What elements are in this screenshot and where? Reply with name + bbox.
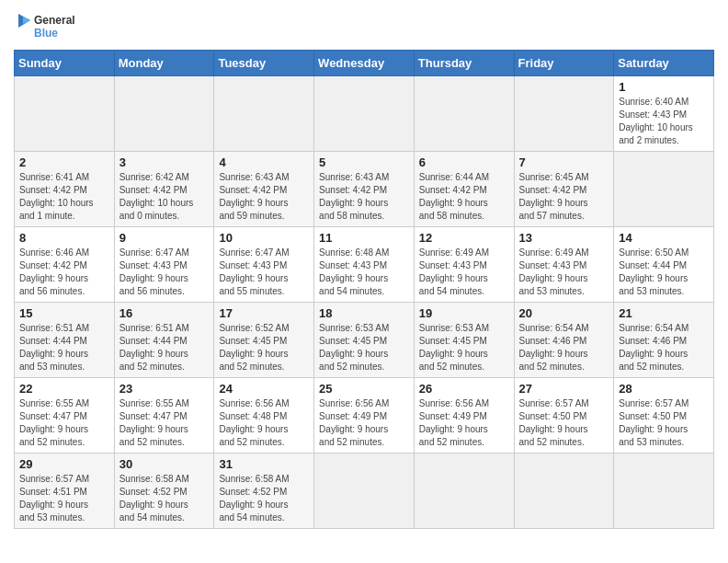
day-info: Sunrise: 6:44 AM Sunset: 4:42 PM Dayligh… (419, 171, 509, 223)
calendar-cell-day-27: 27Sunrise: 6:57 AM Sunset: 4:50 PM Dayli… (514, 378, 614, 454)
day-number: 4 (219, 155, 309, 169)
day-info: Sunrise: 6:46 AM Sunset: 4:42 PM Dayligh… (19, 247, 109, 298)
calendar-cell-day-14: 14Sunrise: 6:50 AM Sunset: 4:44 PM Dayli… (614, 227, 714, 303)
day-info: Sunrise: 6:56 AM Sunset: 4:49 PM Dayligh… (419, 397, 509, 449)
day-info: Sunrise: 6:49 AM Sunset: 4:43 PM Dayligh… (419, 247, 509, 298)
column-header-tuesday: Tuesday (214, 51, 314, 76)
day-info: Sunrise: 6:41 AM Sunset: 4:42 PM Dayligh… (19, 171, 109, 223)
calendar-cell-day-21: 21Sunrise: 6:54 AM Sunset: 4:46 PM Dayli… (614, 303, 714, 378)
column-header-wednesday: Wednesday (314, 51, 415, 76)
calendar-cell-day-29: 29Sunrise: 6:57 AM Sunset: 4:51 PM Dayli… (15, 454, 115, 529)
column-header-sunday: Sunday (15, 51, 115, 76)
day-number: 29 (19, 457, 109, 471)
day-number: 11 (319, 231, 409, 245)
calendar-week-row: 15Sunrise: 6:51 AM Sunset: 4:44 PM Dayli… (15, 303, 714, 378)
day-info: Sunrise: 6:51 AM Sunset: 4:44 PM Dayligh… (19, 322, 109, 373)
calendar-cell-day-4: 4Sunrise: 6:43 AM Sunset: 4:42 PM Daylig… (214, 152, 314, 227)
general-blue-logo: General Blue (14, 9, 87, 46)
day-number: 1 (619, 80, 709, 94)
day-info: Sunrise: 6:54 AM Sunset: 4:46 PM Dayligh… (619, 322, 709, 373)
day-info: Sunrise: 6:42 AM Sunset: 4:42 PM Dayligh… (119, 171, 210, 223)
day-number: 15 (19, 306, 109, 320)
day-info: Sunrise: 6:47 AM Sunset: 4:43 PM Dayligh… (119, 247, 210, 298)
day-number: 28 (619, 382, 709, 396)
day-number: 10 (219, 231, 309, 245)
day-info: Sunrise: 6:52 AM Sunset: 4:45 PM Dayligh… (219, 322, 309, 373)
calendar-cell-day-28: 28Sunrise: 6:57 AM Sunset: 4:50 PM Dayli… (614, 378, 714, 454)
day-number: 9 (119, 231, 210, 245)
calendar-cell-empty (414, 454, 514, 529)
day-number: 2 (19, 155, 109, 169)
calendar-cell-day-8: 8Sunrise: 6:46 AM Sunset: 4:42 PM Daylig… (15, 227, 115, 303)
day-info: Sunrise: 6:57 AM Sunset: 4:50 PM Dayligh… (619, 397, 709, 449)
calendar-cell-day-1: 1Sunrise: 6:40 AM Sunset: 4:43 PM Daylig… (614, 76, 714, 152)
calendar-cell-day-26: 26Sunrise: 6:56 AM Sunset: 4:49 PM Dayli… (414, 378, 514, 454)
calendar-cell-day-5: 5Sunrise: 6:43 AM Sunset: 4:42 PM Daylig… (314, 152, 415, 227)
column-header-monday: Monday (114, 51, 214, 76)
day-number: 25 (319, 382, 409, 396)
calendar-cell-day-15: 15Sunrise: 6:51 AM Sunset: 4:44 PM Dayli… (15, 303, 115, 378)
day-info: Sunrise: 6:47 AM Sunset: 4:43 PM Dayligh… (219, 247, 309, 298)
calendar-cell-day-31: 31Sunrise: 6:58 AM Sunset: 4:52 PM Dayli… (214, 454, 314, 529)
day-number: 7 (519, 155, 609, 169)
day-number: 30 (119, 457, 210, 471)
calendar-body: 1Sunrise: 6:40 AM Sunset: 4:43 PM Daylig… (15, 76, 714, 529)
day-number: 26 (419, 382, 509, 396)
calendar-cell-day-25: 25Sunrise: 6:56 AM Sunset: 4:49 PM Dayli… (314, 378, 415, 454)
calendar-week-row: 22Sunrise: 6:55 AM Sunset: 4:47 PM Dayli… (15, 378, 714, 454)
calendar-cell-day-13: 13Sunrise: 6:49 AM Sunset: 4:43 PM Dayli… (514, 227, 614, 303)
calendar-cell-day-24: 24Sunrise: 6:56 AM Sunset: 4:48 PM Dayli… (214, 378, 314, 454)
day-number: 6 (419, 155, 509, 169)
day-number: 13 (519, 231, 609, 245)
calendar-cell-empty (114, 76, 214, 152)
calendar-week-row: 2Sunrise: 6:41 AM Sunset: 4:42 PM Daylig… (15, 152, 714, 227)
calendar-cell-day-11: 11Sunrise: 6:48 AM Sunset: 4:43 PM Dayli… (314, 227, 415, 303)
day-info: Sunrise: 6:57 AM Sunset: 4:50 PM Dayligh… (519, 397, 609, 449)
calendar-cell-empty (414, 76, 514, 152)
calendar-cell-day-23: 23Sunrise: 6:55 AM Sunset: 4:47 PM Dayli… (114, 378, 214, 454)
calendar-header-row: SundayMondayTuesdayWednesdayThursdayFrid… (15, 51, 714, 76)
day-number: 21 (619, 306, 709, 320)
svg-text:Blue: Blue (34, 27, 58, 40)
svg-text:General: General (34, 14, 75, 27)
day-info: Sunrise: 6:53 AM Sunset: 4:45 PM Dayligh… (319, 322, 409, 373)
calendar-week-row: 8Sunrise: 6:46 AM Sunset: 4:42 PM Daylig… (15, 227, 714, 303)
day-number: 31 (219, 457, 309, 471)
calendar-cell-day-10: 10Sunrise: 6:47 AM Sunset: 4:43 PM Dayli… (214, 227, 314, 303)
day-info: Sunrise: 6:58 AM Sunset: 4:52 PM Dayligh… (119, 473, 210, 524)
day-number: 24 (219, 382, 309, 396)
calendar-week-row: 1Sunrise: 6:40 AM Sunset: 4:43 PM Daylig… (15, 76, 714, 152)
day-info: Sunrise: 6:57 AM Sunset: 4:51 PM Dayligh… (19, 473, 109, 524)
day-number: 8 (19, 231, 109, 245)
calendar-cell-day-2: 2Sunrise: 6:41 AM Sunset: 4:42 PM Daylig… (15, 152, 115, 227)
calendar-cell-day-20: 20Sunrise: 6:54 AM Sunset: 4:46 PM Dayli… (514, 303, 614, 378)
day-info: Sunrise: 6:43 AM Sunset: 4:42 PM Dayligh… (219, 171, 309, 223)
day-number: 18 (319, 306, 409, 320)
calendar-cell-day-19: 19Sunrise: 6:53 AM Sunset: 4:45 PM Dayli… (414, 303, 514, 378)
calendar-cell-empty (15, 76, 115, 152)
day-info: Sunrise: 6:58 AM Sunset: 4:52 PM Dayligh… (219, 473, 309, 524)
day-number: 20 (519, 306, 609, 320)
calendar-cell-day-3: 3Sunrise: 6:42 AM Sunset: 4:42 PM Daylig… (114, 152, 214, 227)
logo-area: General Blue (14, 9, 92, 46)
day-info: Sunrise: 6:45 AM Sunset: 4:42 PM Dayligh… (519, 171, 609, 223)
day-info: Sunrise: 6:53 AM Sunset: 4:45 PM Dayligh… (419, 322, 509, 373)
calendar-cell-empty (314, 76, 415, 152)
svg-marker-3 (23, 17, 30, 24)
day-number: 5 (319, 155, 409, 169)
calendar-cell-day-6: 6Sunrise: 6:44 AM Sunset: 4:42 PM Daylig… (414, 152, 514, 227)
day-number: 3 (119, 155, 210, 169)
calendar-cell-empty (514, 454, 614, 529)
calendar-cell-empty (514, 76, 614, 152)
day-info: Sunrise: 6:43 AM Sunset: 4:42 PM Dayligh… (319, 171, 409, 223)
day-info: Sunrise: 6:50 AM Sunset: 4:44 PM Dayligh… (619, 247, 709, 298)
calendar-cell-day-12: 12Sunrise: 6:49 AM Sunset: 4:43 PM Dayli… (414, 227, 514, 303)
day-info: Sunrise: 6:56 AM Sunset: 4:49 PM Dayligh… (319, 397, 409, 449)
calendar-cell-day-22: 22Sunrise: 6:55 AM Sunset: 4:47 PM Dayli… (15, 378, 115, 454)
calendar-cell-empty (314, 454, 415, 529)
calendar-cell-day-17: 17Sunrise: 6:52 AM Sunset: 4:45 PM Dayli… (214, 303, 314, 378)
day-info: Sunrise: 6:49 AM Sunset: 4:43 PM Dayligh… (519, 247, 609, 298)
page-header: General Blue (14, 9, 714, 46)
day-number: 16 (119, 306, 210, 320)
day-number: 19 (419, 306, 509, 320)
